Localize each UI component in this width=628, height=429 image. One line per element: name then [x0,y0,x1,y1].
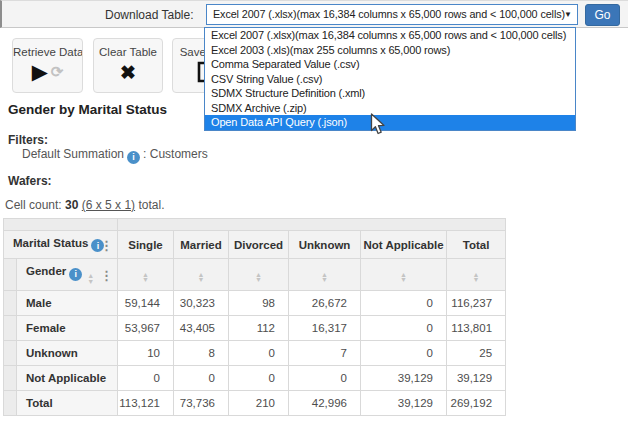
sort-arrows-icon: ▲▼ [321,272,328,283]
play-icon: ▶ [32,60,48,84]
kebab-menu-icon[interactable]: ⋮ [100,237,113,252]
table-row: Female 53,967 43,405 112 16,317 0 113,80… [4,316,506,341]
data-cell: 10 [118,341,174,366]
sort-cell-single[interactable]: ▲▼ [118,259,174,291]
row-dimension-row: Genderi▲▼ ⋮ ▲▼ ▲▼ ▲▼ ▲▼ ▲▼ ▲▼ [4,259,506,291]
filter-separator: : [143,147,146,161]
data-cell: 0 [174,366,229,391]
data-cell: 269,192 [447,391,506,416]
clear-table-label: Clear Table [94,46,162,58]
data-cell: 0 [361,341,447,366]
sort-arrows-icon: ▲▼ [255,272,262,283]
indent-cell [4,341,17,366]
info-icon[interactable]: i [69,268,82,281]
indent-cell [4,259,17,291]
data-cell: 26,672 [289,291,361,316]
data-cell: 113,121 [118,391,174,416]
sort-arrows-icon: ▲▼ [400,272,407,283]
filter-line: Default Summationi: Customers [22,147,208,164]
cell-count-value: 30 [65,198,78,212]
row-label: Unknown [17,341,118,366]
wafers-heading: Wafers: [8,174,52,188]
data-cell: 7 [289,341,361,366]
data-cell: 39,129 [361,366,447,391]
menu-item-csv[interactable]: Comma Separated Value (.csv) [205,57,575,72]
data-cell: 0 [229,341,289,366]
sort-arrows-icon[interactable]: ▲▼ [87,273,94,284]
sort-cell-not-applicable[interactable]: ▲▼ [361,259,447,291]
download-format-menu: Excel 2007 (.xlsx)(max 16,384 columns x … [204,27,576,131]
data-cell: 59,144 [118,291,174,316]
column-header-divorced[interactable]: Divorced [229,231,289,259]
sort-arrows-icon: ▲▼ [473,272,480,283]
row-dimension-label: Gender [26,265,66,277]
menu-item-xlsx[interactable]: Excel 2007 (.xlsx)(max 16,384 columns x … [205,28,575,43]
table-row: Unknown 10 8 0 7 0 25 [4,341,506,366]
data-cell: 30,323 [174,291,229,316]
data-cell: 116,237 [447,291,506,316]
data-cell: 8 [174,341,229,366]
sort-cell-married[interactable]: ▲▼ [174,259,229,291]
info-icon[interactable]: i [127,151,140,164]
row-label: Not Applicable [17,366,118,391]
menu-item-sdmx-xml[interactable]: SDMX Structure Definition (.xml) [205,86,575,101]
download-format-select[interactable]: Excel 2007 (.xlsx)(max 16,384 columns x … [206,4,578,25]
data-cell: 39,129 [361,391,447,416]
column-dimension-row: Marital Statusi ⋮ Single Married Divorce… [4,231,506,259]
download-format-value: Excel 2007 (.xlsx)(max 16,384 columns x … [207,5,577,20]
mouse-cursor-icon [370,113,387,136]
menu-item-sdmx-zip[interactable]: SDMX Archive (.zip) [205,101,575,116]
go-button[interactable]: Go [585,4,620,26]
retrieve-data-button[interactable]: Retrieve Data ▶ ⟳ [12,38,83,93]
cell-count-line: Cell count: 30 (6 x 5 x 1) total. [5,198,164,212]
indent-cell [4,291,17,316]
cell-count-prefix: Cell count: [5,198,62,212]
wafer-strip-row [4,219,506,231]
menu-item-csv-string[interactable]: CSV String Value (.csv) [205,72,575,87]
data-cell: 0 [229,366,289,391]
download-bar: Download Table: Excel 2007 (.xlsx)(max 1… [0,0,628,28]
column-header-total[interactable]: Total [447,231,506,259]
data-cell: 210 [229,391,289,416]
sort-cell-unknown[interactable]: ▲▼ [289,259,361,291]
filters-heading: Filters: [8,133,48,147]
row-dimension-header[interactable]: Genderi▲▼ ⋮ [17,259,118,291]
retrieve-data-label: Retrieve Data [13,46,82,58]
data-cell: 112 [229,316,289,341]
filter-value: Customers [150,147,208,161]
table-row: Male 59,144 30,323 98 26,672 0 116,237 [4,291,506,316]
data-cell: 0 [118,366,174,391]
data-cell: 43,405 [174,316,229,341]
data-cell: 53,967 [118,316,174,341]
filter-name: Default Summation [22,147,124,161]
data-cell: 98 [229,291,289,316]
column-header-married[interactable]: Married [174,231,229,259]
cell-count-link[interactable]: (6 x 5 x 1) [82,198,135,212]
clear-table-button[interactable]: Clear Table ✖ [93,38,163,93]
column-header-not-applicable[interactable]: Not Applicable [361,231,447,259]
cell-count-suffix: total. [138,198,164,212]
menu-item-xls[interactable]: Excel 2003 (.xls)(max 255 columns x 65,0… [205,43,575,58]
data-cell: 0 [289,366,361,391]
data-cell: 73,736 [174,391,229,416]
wafer-strip-label [4,219,118,231]
menu-item-open-data-api-json[interactable]: Open Data API Query (.json) [205,115,575,130]
crosstab-table: Marital Statusi ⋮ Single Married Divorce… [3,218,506,416]
row-label: Female [17,316,118,341]
table-row: Not Applicable 0 0 0 0 39,129 39,129 [4,366,506,391]
data-cell: 16,317 [289,316,361,341]
sort-cell-divorced[interactable]: ▲▼ [229,259,289,291]
download-table-label: Download Table: [105,8,194,22]
row-label: Male [17,291,118,316]
indent-cell [4,366,17,391]
sort-cell-total[interactable]: ▲▼ [447,259,506,291]
sort-arrows-icon: ▲▼ [142,272,149,283]
column-dimension-header[interactable]: Marital Statusi ⋮ [4,231,118,259]
column-header-unknown[interactable]: Unknown [289,231,361,259]
data-cell: 0 [361,291,447,316]
column-dimension-label: Marital Status [13,237,88,249]
table-row-total: Total 113,121 73,736 210 42,996 39,129 2… [4,391,506,416]
kebab-menu-icon[interactable]: ⋮ [100,267,113,282]
data-cell: 113,801 [447,316,506,341]
column-header-single[interactable]: Single [118,231,174,259]
